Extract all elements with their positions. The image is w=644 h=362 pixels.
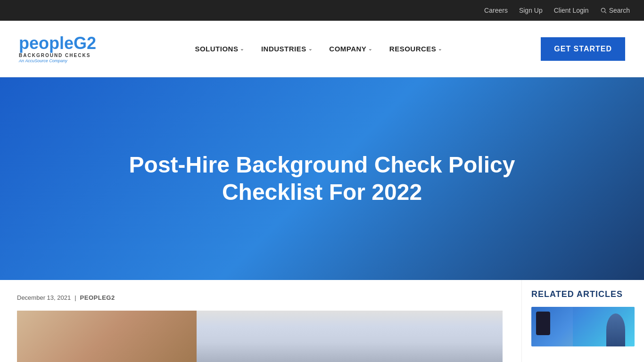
content-area: December 13, 2021 | PEOPLEG2 RELATED ART… (0, 280, 644, 362)
related-articles-title: RELATED ARTICLES (531, 285, 635, 299)
logo[interactable]: peopleG2 BACKGROUND CHECKS An AccuSource… (19, 35, 96, 63)
photo-left (17, 311, 197, 362)
chevron-down-icon: ⌄ (308, 46, 313, 51)
nav-company-label: COMPANY (329, 45, 366, 53)
hero-section: Post-Hire Background Check Policy Checkl… (0, 77, 644, 280)
post-meta: December 13, 2021 | PEOPLEG2 (17, 289, 503, 301)
client-login-link[interactable]: Client Login (554, 7, 589, 14)
nav-industries[interactable]: INDUSTRIES ⌄ (255, 41, 319, 57)
svg-point-0 (601, 8, 605, 12)
post-image (17, 311, 503, 362)
main-content: December 13, 2021 | PEOPLEG2 (0, 280, 521, 362)
nav-industries-label: INDUSTRIES (261, 45, 306, 53)
svg-line-1 (604, 12, 606, 13)
search-label: Search (609, 7, 630, 14)
main-nav: peopleG2 BACKGROUND CHECKS An AccuSource… (0, 21, 644, 77)
phone-icon (536, 312, 550, 335)
logo-text: peopleG2 (19, 35, 96, 52)
get-started-button[interactable]: GET STARTED (541, 37, 625, 61)
signup-link[interactable]: Sign Up (519, 7, 543, 14)
post-author: PEOPLEG2 (80, 294, 115, 301)
sidebar: RELATED ARTICLES (521, 280, 644, 362)
search-icon (600, 7, 607, 14)
logo-sub: BACKGROUND CHECKS (19, 53, 96, 58)
related-article-image[interactable] (531, 307, 635, 346)
hero-title: Post-Hire Background Check Policy Checkl… (110, 151, 534, 206)
nav-links: SOLUTIONS ⌄ INDUSTRIES ⌄ COMPANY ⌄ RESOU… (188, 41, 448, 57)
logo-acc: An AccuSource Company (19, 58, 96, 63)
chevron-down-icon: ⌄ (438, 46, 442, 51)
nav-solutions-label: SOLUTIONS (195, 45, 238, 53)
nav-company[interactable]: COMPANY ⌄ (322, 41, 379, 57)
chevron-down-icon: ⌄ (240, 46, 244, 51)
search-button[interactable]: Search (600, 7, 630, 14)
nav-resources[interactable]: RESOURCES ⌄ (383, 41, 449, 57)
careers-link[interactable]: Careers (484, 7, 508, 14)
nav-solutions[interactable]: SOLUTIONS ⌄ (188, 41, 251, 57)
post-date: December 13, 2021 (17, 294, 71, 301)
person-silhouette (606, 313, 625, 346)
nav-resources-label: RESOURCES (389, 45, 437, 53)
post-sep: | (74, 294, 76, 301)
chevron-down-icon: ⌄ (368, 46, 372, 51)
top-bar: Careers Sign Up Client Login Search (0, 0, 644, 21)
photo-right (197, 311, 503, 362)
